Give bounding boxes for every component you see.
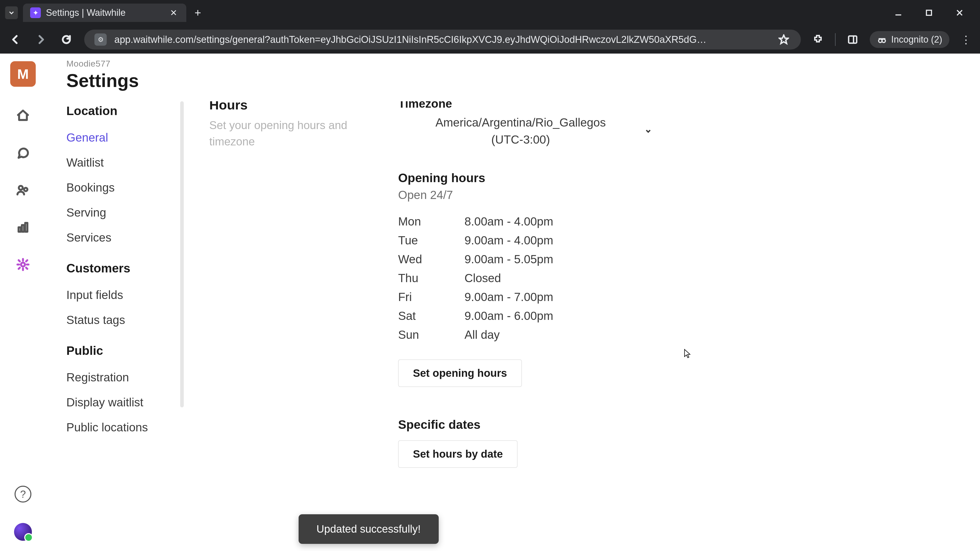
svg-rect-12 (22, 225, 24, 232)
nav-back-icon[interactable] (8, 32, 23, 47)
section-head-hours: Hours Set your opening hours and timezon… (209, 101, 368, 468)
hours-value: 9.00am - 4.00pm (465, 233, 553, 247)
section-body-hours: Timezone America/Argentina/Rio_Gallegos … (398, 101, 653, 468)
browser-toolbar: ⚙ app.waitwhile.com/settings/general?aut… (0, 25, 980, 54)
timezone-value-line1: America/Argentina/Rio_Gallegos (435, 116, 606, 129)
hours-value: 9.00am - 6.00pm (465, 309, 553, 323)
new-tab-button[interactable]: + (191, 6, 204, 19)
home-icon[interactable] (14, 107, 32, 124)
nav-reload-icon[interactable] (59, 32, 74, 47)
site-info-icon[interactable]: ⚙ (94, 33, 107, 46)
set-hours-by-date-button[interactable]: Set hours by date (398, 440, 517, 468)
hours-value: 8.00am - 4.00pm (465, 214, 553, 228)
hours-value: Closed (465, 271, 501, 285)
settings-sidebar: Location General Waitlist Bookings Servi… (46, 101, 184, 551)
window-maximize-icon[interactable] (921, 5, 937, 21)
analytics-icon[interactable] (14, 219, 32, 236)
hours-row: Sat9.00am - 6.00pm (398, 306, 653, 325)
incognito-chip[interactable]: Incognito (2) (870, 31, 950, 48)
settings-content: Hours Set your opening hours and timezon… (184, 101, 980, 551)
opening-hours-label: Opening hours (398, 171, 653, 185)
favicon-icon: ✦ (30, 7, 41, 18)
org-name: Moodie577 (66, 59, 980, 68)
svg-point-14 (21, 262, 25, 266)
toolbar-separator (835, 33, 835, 46)
sidebar-item-display-waitlist[interactable]: Display waitlist (66, 390, 173, 415)
url-text: app.waitwhile.com/settings/general?authT… (115, 34, 769, 45)
address-bar[interactable]: ⚙ app.waitwhile.com/settings/general?aut… (84, 30, 801, 49)
section-desc-hours: Set your opening hours and timezone (209, 117, 368, 150)
toast-message: Updated successfully! (317, 523, 421, 535)
chat-icon[interactable] (14, 144, 32, 161)
timezone-label: Timezone (398, 101, 653, 110)
nav-forward-icon[interactable] (33, 32, 48, 47)
hours-value: 9.00am - 7.00pm (465, 290, 553, 304)
hours-day: Sat (398, 309, 436, 323)
help-icon[interactable]: ? (14, 486, 32, 503)
tab-close-icon[interactable]: ✕ (168, 7, 179, 18)
app-root: M ? Moodie577 Settings Location General … (0, 54, 980, 551)
set-opening-hours-button[interactable]: Set opening hours (398, 359, 522, 387)
sidebar-item-registration[interactable]: Registration (66, 365, 173, 390)
side-panel-icon[interactable] (846, 33, 859, 46)
org-badge[interactable]: M (10, 61, 36, 87)
section-title-hours: Hours (209, 101, 368, 113)
hours-row: Wed9.00am - 5.05pm (398, 250, 653, 268)
bookmark-star-icon[interactable] (777, 33, 791, 46)
sidebar-item-waitlist[interactable]: Waitlist (66, 150, 173, 175)
incognito-label: Incognito (2) (891, 34, 942, 45)
svg-marker-4 (779, 35, 788, 44)
page-header: Moodie577 Settings (46, 54, 980, 101)
hours-row: SunAll day (398, 325, 653, 344)
window-close-icon[interactable] (952, 5, 967, 21)
svg-point-9 (19, 186, 23, 190)
opening-hours-sub: Open 24/7 (398, 188, 653, 202)
toast-success: Updated successfully! (299, 514, 439, 544)
sidebar-item-bookings[interactable]: Bookings (66, 175, 173, 200)
hours-row: Fri9.00am - 7.00pm (398, 287, 653, 306)
specific-dates-label: Specific dates (398, 418, 653, 432)
sidebar-item-public-locations[interactable]: Public locations (66, 415, 173, 440)
browser-chrome: ✦ Settings | Waitwhile ✕ + ⚙ app.waitwhi… (0, 0, 980, 54)
hours-day: Fri (398, 290, 436, 304)
window-minimize-icon[interactable] (891, 5, 906, 21)
browser-menu-icon[interactable]: ⋮ (959, 33, 972, 46)
sidebar-group-location: Location (66, 104, 173, 118)
page-title: Settings (66, 70, 980, 91)
settings-icon[interactable] (14, 256, 32, 273)
timezone-value: America/Argentina/Rio_Gallegos (UTC-3:00… (398, 114, 643, 148)
sidebar-item-services[interactable]: Services (66, 225, 173, 250)
users-icon[interactable] (14, 182, 32, 198)
hours-value: 9.00am - 5.05pm (465, 252, 553, 266)
hours-day: Mon (398, 214, 436, 228)
svg-point-8 (882, 39, 885, 42)
sidebar-item-status-tags[interactable]: Status tags (66, 307, 173, 332)
extensions-icon[interactable] (811, 33, 825, 46)
window-controls (891, 5, 975, 21)
browser-tab[interactable]: ✦ Settings | Waitwhile ✕ (23, 3, 186, 22)
hours-day: Tue (398, 233, 436, 247)
timezone-value-line2: (UTC-3:00) (491, 133, 550, 146)
sidebar-group-public: Public (66, 344, 173, 358)
tab-title: Settings | Waitwhile (46, 7, 163, 18)
timezone-select[interactable]: America/Argentina/Rio_Gallegos (UTC-3:00… (398, 114, 653, 148)
sidebar-item-general[interactable]: General (66, 125, 173, 150)
svg-point-10 (24, 188, 27, 191)
user-avatar[interactable] (14, 523, 32, 541)
opening-hours-table: Mon8.00am - 4.00pm Tue9.00am - 4.00pm We… (398, 212, 653, 344)
hours-row: Mon8.00am - 4.00pm (398, 212, 653, 231)
nav-rail: M ? (0, 54, 46, 551)
mouse-cursor-icon (684, 349, 690, 359)
hours-row: ThuClosed (398, 268, 653, 287)
svg-rect-11 (19, 227, 21, 232)
hours-row: Tue9.00am - 4.00pm (398, 231, 653, 250)
tab-strip: ✦ Settings | Waitwhile ✕ + (0, 0, 980, 25)
sidebar-item-input-fields[interactable]: Input fields (66, 283, 173, 307)
hours-day: Wed (398, 252, 436, 266)
sidebar-group-customers: Customers (66, 261, 173, 275)
svg-rect-5 (849, 36, 857, 43)
tab-search-dropdown[interactable] (5, 6, 18, 19)
hours-day: Thu (398, 271, 436, 285)
hours-value: All day (465, 328, 500, 341)
sidebar-item-serving[interactable]: Serving (66, 200, 173, 225)
